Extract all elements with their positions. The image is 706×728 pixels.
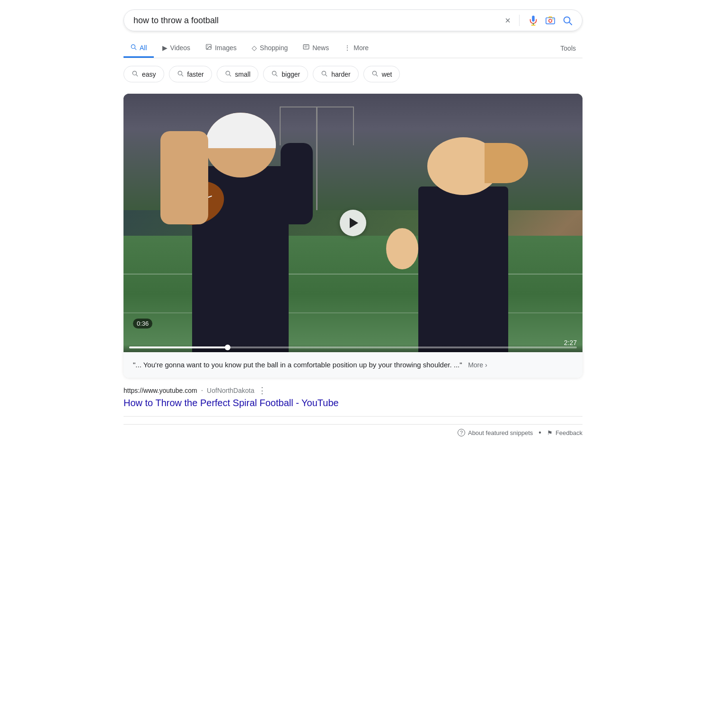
play-triangle-icon [350,218,358,228]
tab-shopping[interactable]: ◇ Shopping [245,39,294,58]
progress-bar-track[interactable] [129,346,577,348]
tab-videos-label: Videos [170,44,191,52]
tab-images-label: Images [215,44,237,52]
video-controls: 2:27 [124,345,582,352]
chip-harder-label: harder [331,71,350,78]
caption-text: "... You're gonna want to you know put t… [133,361,462,369]
nav-tabs: All ▶ Videos Images ◇ Shopping News ⋮ Mo… [124,39,582,58]
microphone-button[interactable] [528,15,538,26]
svg-rect-2 [546,18,555,24]
goalpost-center [316,107,318,210]
feedback-label: Feedback [556,429,582,436]
play-button[interactable] [340,210,366,236]
tab-news-label: News [312,44,329,52]
tab-shopping-label: Shopping [260,44,288,52]
search-input[interactable] [133,16,505,26]
flag-icon: ⚑ [547,429,553,436]
chip-search-icon-wet [371,70,378,78]
caption-more-button[interactable]: More › [468,361,487,369]
video-result-card: 0:36 2:27 "... You're gonna want to you … [124,94,582,378]
svg-line-8 [135,48,136,50]
divider [519,15,520,26]
chip-easy[interactable]: easy [124,66,164,82]
source-channel: UofNorthDakota [207,387,254,394]
tab-news[interactable]: News [296,39,335,58]
search-bar: × [124,9,582,31]
progress-bar-fill [129,346,228,348]
search-bar-icons: × [505,15,573,26]
chip-search-icon-faster [177,70,184,78]
tab-all[interactable]: All [124,39,154,58]
images-tab-icon [205,44,212,52]
chip-small-label: small [235,71,251,78]
all-tab-icon [130,44,137,52]
person-right-body [399,145,528,352]
tab-more-label: More [353,44,369,52]
shopping-tab-icon: ◇ [252,44,257,52]
chip-faster[interactable]: faster [169,66,212,82]
cap [205,113,276,149]
result-footer: ? About featured snippets • ⚑ Feedback [124,424,582,437]
chip-wet-label: wet [382,71,392,78]
chip-bigger-label: bigger [282,71,300,78]
clear-button[interactable]: × [505,15,511,26]
news-tab-icon [303,44,309,52]
result-title-link[interactable]: How to Throw the Perfect Spiral Football… [124,398,582,408]
svg-line-19 [229,75,230,76]
head-right [427,137,499,195]
svg-point-3 [549,19,552,22]
tab-all-label: All [140,44,147,52]
chip-search-icon-harder [321,70,327,78]
footer-separator: • [538,428,541,437]
chip-faster-label: faster [187,71,204,78]
chip-easy-label: easy [142,71,156,78]
chip-wet[interactable]: wet [363,66,400,82]
chip-small[interactable]: small [217,66,259,82]
search-submit-button[interactable] [562,15,573,26]
footer-divider [124,416,582,417]
hand-gesture [386,228,418,269]
svg-point-4 [553,18,554,19]
chip-harder[interactable]: harder [313,66,358,82]
source-menu-dots[interactable]: ⋮ [258,385,266,396]
svg-line-25 [376,75,377,76]
goalpost-left-arm [280,107,281,145]
goalpost-crossbar [280,107,353,107]
chip-bigger[interactable]: bigger [263,66,308,82]
head-left [205,113,276,178]
about-snippets-link[interactable]: ? About featured snippets [458,429,533,436]
source-separator: · [201,386,203,395]
svg-line-21 [276,75,277,76]
tab-more[interactable]: ⋮ More [337,39,375,58]
svg-line-15 [136,75,138,76]
feedback-link[interactable]: ⚑ Feedback [547,429,582,436]
videos-tab-icon: ▶ [162,44,168,52]
more-tab-icon: ⋮ [344,44,351,52]
goalpost-right-arm [353,107,354,145]
about-snippets-label: About featured snippets [468,429,533,436]
video-thumbnail[interactable]: 0:36 2:27 [124,94,582,352]
svg-line-23 [326,75,327,76]
chip-search-icon-bigger [271,70,278,78]
svg-line-6 [569,22,572,25]
question-icon: ? [458,429,465,436]
progress-handle[interactable] [225,345,230,350]
arm-left [160,131,209,224]
tab-images[interactable]: Images [199,39,243,58]
chip-search-icon-small [225,70,231,78]
body-torso-right [418,186,508,352]
arm-right [281,143,313,224]
tab-videos[interactable]: ▶ Videos [156,39,197,58]
video-caption: "... You're gonna want to you know put t… [124,352,582,378]
camera-search-button[interactable] [545,15,556,26]
suggestion-chips: easy faster small bigger harder [124,66,582,82]
result-source: https://www.youtube.com · UofNorthDakota… [124,385,582,396]
tools-button[interactable]: Tools [554,40,582,57]
svg-point-10 [207,45,208,46]
video-duration: 2:27 [564,339,577,346]
person-left-body [160,120,321,352]
svg-line-17 [181,75,183,76]
source-url: https://www.youtube.com [124,387,197,394]
ponytail [485,143,528,184]
current-time-badge: 0:36 [133,319,152,328]
